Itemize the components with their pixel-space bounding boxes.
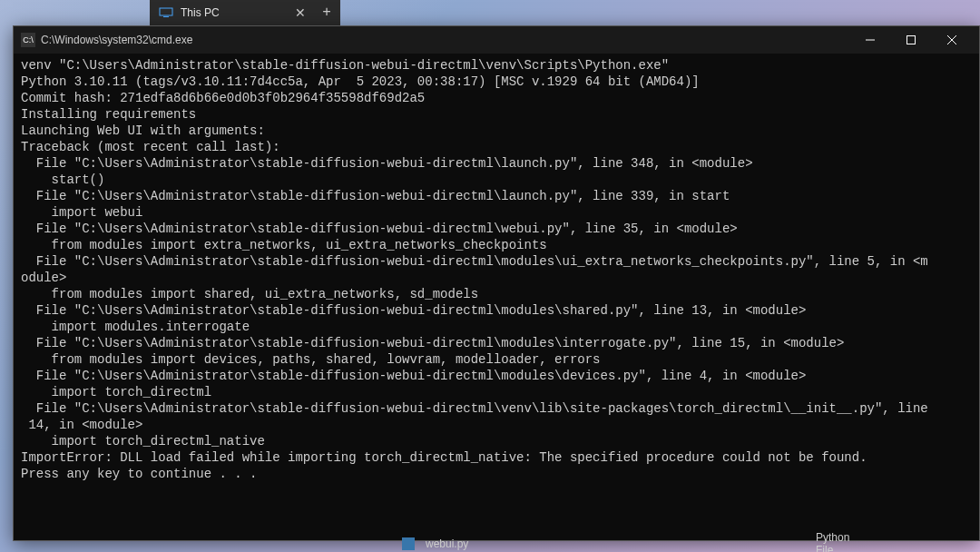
explorer-tab[interactable]: This PC ✕ [150,0,313,25]
terminal-line: Commit hash: 271edfa8d6b66e0d0b3f0b2964f… [21,90,972,106]
file-type: Python File [816,531,849,552]
close-icon[interactable]: ✕ [295,5,306,20]
terminal-line: import torch_directml_native [21,433,972,449]
terminal-line: ImportError: DLL load failed while impor… [21,449,972,466]
terminal-line: start() [21,172,972,188]
terminal-output[interactable]: venv "C:\Users\Administrator\stable-diff… [14,54,979,540]
python-icon [402,537,415,550]
cmd-window: C:\ C:\Windows\system32\cmd.exe venv "C:… [13,25,980,541]
terminal-line: File "C:\Users\Administrator\stable-diff… [21,253,972,270]
terminal-line: Launching Web UI with arguments: [21,123,972,139]
window-title: C:\Windows\system32\cmd.exe [41,34,849,46]
terminal-line: from modules import devices, paths, shar… [21,351,972,368]
pc-icon [159,7,173,18]
svg-rect-3 [906,36,915,44]
terminal-line: odule> [21,270,972,286]
maximize-button[interactable] [890,26,931,54]
explorer-tab-bar: This PC ✕ + [150,0,340,25]
terminal-line: Press any key to continue . . . [21,466,972,482]
tab-title: This PC [181,6,220,19]
terminal-line: File "C:\Users\Administrator\stable-diff… [21,188,972,204]
terminal-line: File "C:\Users\Administrator\stable-diff… [21,400,972,417]
terminal-line: File "C:\Users\Administrator\stable-diff… [21,302,972,319]
terminal-line: venv "C:\Users\Administrator\stable-diff… [21,57,972,74]
terminal-line: File "C:\Users\Administrator\stable-diff… [21,155,972,172]
minimize-button[interactable] [849,26,890,54]
file-name: webui.py [426,537,468,550]
file-row[interactable]: webui.py Python File [402,536,468,552]
terminal-line: import webui [21,204,972,221]
svg-rect-0 [160,8,172,15]
terminal-line: from modules import shared, ui_extra_net… [21,286,972,302]
titlebar: C:\ C:\Windows\system32\cmd.exe [14,26,979,54]
add-tab-button[interactable]: + [313,0,340,25]
terminal-line: Python 3.10.11 (tags/v3.10.11:7d4cc5a, A… [21,74,972,90]
window-controls [849,26,972,54]
terminal-line: 14, in <module> [21,417,972,433]
terminal-line: File "C:\Users\Administrator\stable-diff… [21,221,972,237]
terminal-line: from modules import extra_networks, ui_e… [21,237,972,253]
terminal-line: Installing requirements [21,106,972,123]
terminal-line: Traceback (most recent call last): [21,139,972,155]
terminal-line: File "C:\Users\Administrator\stable-diff… [21,335,972,351]
cmd-icon: C:\ [21,33,35,47]
svg-rect-1 [163,16,169,17]
terminal-line: File "C:\Users\Administrator\stable-diff… [21,368,972,384]
close-button[interactable] [931,26,972,54]
terminal-line: import torch_directml [21,384,972,400]
terminal-line: import modules.interrogate [21,319,972,335]
